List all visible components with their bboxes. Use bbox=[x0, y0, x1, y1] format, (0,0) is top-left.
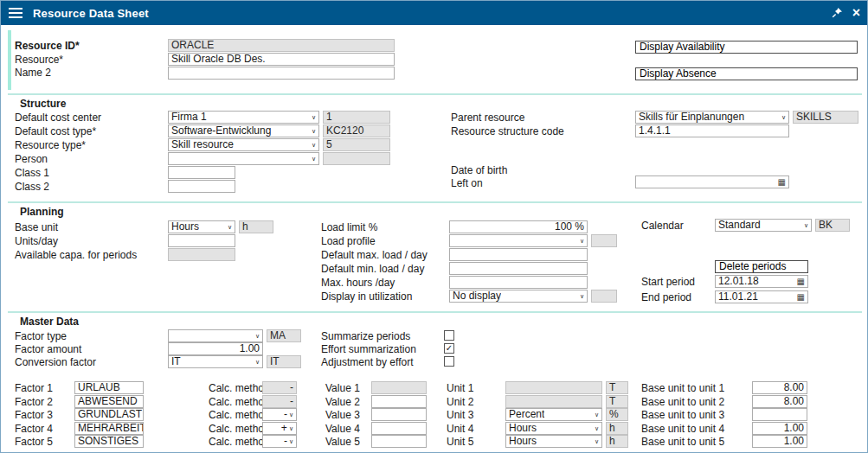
calendar-icon[interactable]: ▦ bbox=[778, 176, 786, 188]
chevron-down-icon: ∨ bbox=[289, 423, 293, 434]
summarize-periods-checkbox[interactable] bbox=[444, 330, 454, 341]
max-hours-day-field[interactable] bbox=[449, 276, 588, 289]
default-min-load-label: Default min. load / day bbox=[321, 263, 424, 275]
base-unit5-label: Base unit to unit 5 bbox=[641, 436, 724, 448]
units-day-label: Units/day bbox=[15, 235, 58, 247]
base-unit1-field[interactable]: 8.00 bbox=[752, 381, 807, 394]
value5-label: Value 5 bbox=[325, 436, 360, 448]
calendar-select[interactable]: Standard ∨ bbox=[715, 219, 812, 232]
unit2-field bbox=[505, 395, 602, 408]
person-select[interactable]: ∨ bbox=[168, 152, 319, 165]
parent-resource-code: SKILLS bbox=[793, 111, 858, 124]
unit5-suffix: h bbox=[606, 435, 628, 448]
base-unit1-label: Base unit to unit 1 bbox=[641, 382, 724, 394]
resource-label: Resource* bbox=[15, 54, 63, 66]
calc-method4-select[interactable]: + ∨ bbox=[262, 422, 297, 435]
factor-amount-field[interactable]: 1.00 bbox=[168, 342, 263, 355]
default-min-load-field[interactable] bbox=[449, 262, 588, 275]
value3-field[interactable] bbox=[371, 408, 427, 421]
close-icon[interactable]: × bbox=[852, 6, 860, 20]
base-unit5-field[interactable]: 1.00 bbox=[752, 435, 807, 448]
load-limit-field[interactable]: 100 % bbox=[449, 220, 588, 233]
menu-icon[interactable] bbox=[9, 8, 23, 18]
default-max-load-field[interactable] bbox=[449, 248, 588, 261]
end-period-label: End period bbox=[641, 291, 691, 303]
section-divider bbox=[8, 93, 862, 95]
chevron-down-icon: ∨ bbox=[289, 409, 293, 420]
planning-heading: Planning bbox=[20, 206, 64, 218]
display-absence-button[interactable]: Display Absence bbox=[635, 67, 858, 80]
class1-label: Class 1 bbox=[15, 167, 49, 179]
resource-type-select[interactable]: Skill resource ∨ bbox=[168, 138, 319, 151]
left-on-date-field[interactable]: ▦ bbox=[635, 175, 789, 188]
unit4-select[interactable]: Hours ∨ bbox=[505, 422, 602, 435]
unit5-select[interactable]: Hours ∨ bbox=[505, 435, 602, 448]
default-cost-type-code: KC2120 bbox=[323, 124, 390, 137]
load-profile-select[interactable]: ∨ bbox=[449, 234, 588, 247]
base-unit3-field[interactable] bbox=[752, 408, 807, 421]
factor3-field[interactable]: GRUNDLAST bbox=[74, 408, 144, 421]
factor4-field[interactable]: MEHRARBEIT bbox=[74, 422, 144, 435]
display-in-utilization-code bbox=[591, 290, 617, 303]
parent-resource-select[interactable]: Skills für Einplanungen ∨ bbox=[635, 111, 789, 124]
factor5-field[interactable]: SONSTIGES bbox=[74, 435, 144, 448]
end-period-field[interactable]: 11.01.21 ▦ bbox=[715, 290, 808, 303]
base-unit2-label: Base unit to unit 2 bbox=[641, 396, 724, 408]
base-unit2-field[interactable]: 8.00 bbox=[752, 395, 807, 408]
base-unit4-field[interactable]: 1.00 bbox=[752, 422, 807, 435]
value4-label: Value 4 bbox=[325, 423, 360, 435]
start-period-field[interactable]: 12.01.18 ▦ bbox=[715, 275, 808, 288]
unit1-suffix: T bbox=[606, 381, 628, 394]
resource-id-label: Resource ID* bbox=[15, 40, 80, 52]
adjustment-by-effort-checkbox[interactable] bbox=[444, 356, 454, 367]
person-code bbox=[323, 152, 390, 165]
calc-method3-select[interactable]: - ∨ bbox=[262, 408, 297, 421]
default-cost-center-select[interactable]: Firma 1 ∨ bbox=[168, 111, 319, 124]
section-accent-stripe bbox=[8, 30, 11, 90]
factor-amount-label: Factor amount bbox=[15, 343, 81, 355]
class1-field[interactable] bbox=[168, 166, 235, 179]
value5-field[interactable] bbox=[371, 435, 427, 448]
resource-id-field[interactable]: ORACLE bbox=[168, 39, 395, 52]
start-period-label: Start period bbox=[641, 276, 695, 288]
value2-field[interactable] bbox=[371, 395, 427, 408]
factor-type-select[interactable]: ∨ bbox=[168, 329, 263, 342]
calc-method5-select[interactable]: - ∨ bbox=[262, 435, 297, 448]
factor1-field[interactable]: URLAUB bbox=[74, 381, 144, 394]
calendar-icon[interactable]: ▦ bbox=[797, 276, 805, 287]
unit4-suffix: h bbox=[606, 422, 628, 435]
effort-summarization-label: Effort summarization bbox=[321, 343, 416, 355]
conversion-factor-select[interactable]: IT ∨ bbox=[168, 355, 263, 368]
summarize-periods-label: Summarize periods bbox=[321, 330, 410, 342]
default-cost-type-select[interactable]: Software-Entwicklung ∨ bbox=[168, 124, 319, 137]
structure-heading: Structure bbox=[20, 98, 66, 110]
base-unit3-label: Base unit to unit 3 bbox=[641, 409, 724, 421]
factor2-field[interactable]: ABWESEND bbox=[74, 395, 144, 408]
factor2-label: Factor 2 bbox=[15, 396, 53, 408]
class2-label: Class 2 bbox=[15, 181, 49, 193]
calendar-code: BK bbox=[815, 219, 850, 232]
units-day-field[interactable] bbox=[168, 234, 235, 247]
section-divider bbox=[8, 201, 862, 203]
pin-icon[interactable] bbox=[832, 7, 843, 22]
name2-field[interactable] bbox=[168, 67, 395, 80]
value4-field[interactable] bbox=[371, 422, 427, 435]
display-in-utilization-label: Display in utilization bbox=[321, 290, 412, 303]
delete-periods-button[interactable]: Delete periods bbox=[715, 260, 808, 273]
class2-field[interactable] bbox=[168, 180, 235, 193]
resource-structure-code-field[interactable]: 1.4.1.1 bbox=[635, 124, 789, 137]
base-unit-select[interactable]: Hours ∨ bbox=[168, 220, 235, 233]
display-in-utilization-select[interactable]: No display ∨ bbox=[449, 290, 588, 303]
chevron-down-icon: ∨ bbox=[228, 221, 232, 233]
unit3-select[interactable]: Percent ∨ bbox=[505, 408, 602, 421]
section-divider bbox=[8, 311, 862, 313]
date-of-birth-label: Date of birth bbox=[451, 164, 507, 176]
calendar-icon[interactable]: ▦ bbox=[797, 291, 805, 303]
effort-summarization-checkbox[interactable]: ✓ bbox=[444, 343, 454, 354]
display-availability-button[interactable]: Display Availability bbox=[635, 41, 858, 54]
resource-field[interactable]: Skill Oracle DB Des. bbox=[168, 53, 395, 66]
resource-data-sheet-window: Resource Data Sheet × Resource ID* Resou… bbox=[0, 0, 868, 453]
default-cost-center-label: Default cost center bbox=[15, 112, 101, 124]
chevron-down-icon: ∨ bbox=[595, 409, 599, 420]
base-unit-code: h bbox=[239, 220, 273, 233]
